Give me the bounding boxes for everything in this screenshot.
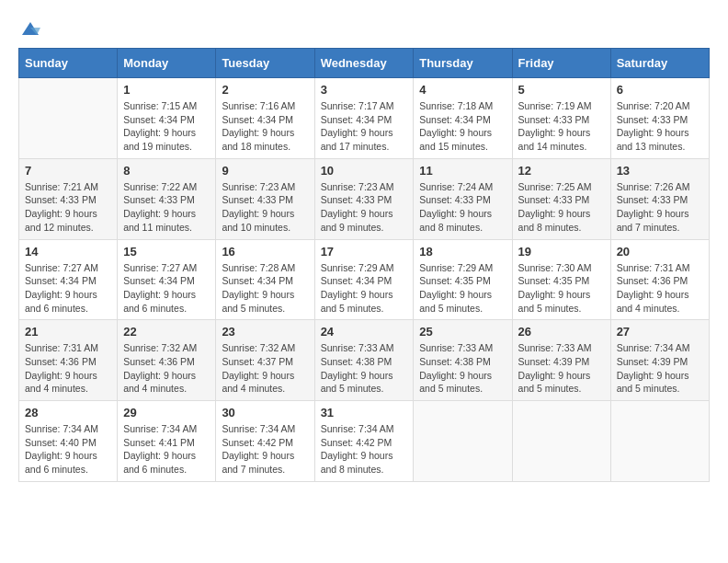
day-number: 15: [123, 245, 210, 259]
logo-blue: [18, 18, 40, 39]
calendar-cell: 31Sunrise: 7:34 AMSunset: 4:42 PMDayligh…: [314, 401, 414, 482]
day-number: 4: [419, 83, 506, 97]
day-number: 23: [222, 325, 308, 339]
day-number: 13: [617, 164, 703, 178]
cell-info: Sunrise: 7:18 AMSunset: 4:34 PMDaylight:…: [419, 99, 506, 154]
cell-info: Sunrise: 7:34 AMSunset: 4:42 PMDaylight:…: [321, 422, 408, 477]
cell-info: Sunrise: 7:30 AMSunset: 4:35 PMDaylight:…: [518, 261, 605, 316]
day-number: 20: [617, 245, 703, 259]
day-number: 22: [123, 325, 210, 339]
cell-info: Sunrise: 7:33 AMSunset: 4:38 PMDaylight:…: [419, 341, 506, 396]
cell-info: Sunrise: 7:23 AMSunset: 4:33 PMDaylight:…: [321, 180, 408, 235]
day-number: 14: [25, 245, 111, 259]
column-header-sunday: Sunday: [19, 49, 118, 78]
day-number: 16: [222, 245, 308, 259]
calendar-cell: 17Sunrise: 7:29 AMSunset: 4:34 PMDayligh…: [314, 239, 414, 320]
day-number: 24: [321, 325, 408, 339]
cell-info: Sunrise: 7:33 AMSunset: 4:38 PMDaylight:…: [321, 341, 408, 396]
column-header-wednesday: Wednesday: [314, 49, 414, 78]
calendar-cell: 30Sunrise: 7:34 AMSunset: 4:42 PMDayligh…: [216, 401, 314, 482]
day-number: 11: [419, 164, 506, 178]
cell-info: Sunrise: 7:15 AMSunset: 4:34 PMDaylight:…: [123, 99, 210, 154]
cell-info: Sunrise: 7:26 AMSunset: 4:33 PMDaylight:…: [617, 180, 703, 235]
cell-info: Sunrise: 7:27 AMSunset: 4:34 PMDaylight:…: [123, 261, 210, 316]
cell-info: Sunrise: 7:25 AMSunset: 4:33 PMDaylight:…: [518, 180, 605, 235]
cell-info: Sunrise: 7:34 AMSunset: 4:41 PMDaylight:…: [123, 422, 210, 477]
page-header: [18, 18, 710, 39]
cell-info: Sunrise: 7:32 AMSunset: 4:36 PMDaylight:…: [123, 341, 210, 396]
calendar-week-row: 14Sunrise: 7:27 AMSunset: 4:34 PMDayligh…: [19, 239, 710, 320]
column-header-thursday: Thursday: [414, 49, 512, 78]
calendar-cell: 27Sunrise: 7:34 AMSunset: 4:39 PMDayligh…: [610, 320, 709, 401]
cell-info: Sunrise: 7:34 AMSunset: 4:40 PMDaylight:…: [25, 422, 111, 477]
day-number: 7: [25, 164, 111, 178]
cell-info: Sunrise: 7:16 AMSunset: 4:34 PMDaylight:…: [222, 99, 308, 154]
calendar-cell: 13Sunrise: 7:26 AMSunset: 4:33 PMDayligh…: [610, 158, 709, 239]
day-number: 30: [222, 406, 308, 419]
cell-info: Sunrise: 7:28 AMSunset: 4:34 PMDaylight:…: [222, 261, 308, 316]
calendar-week-row: 1Sunrise: 7:15 AMSunset: 4:34 PMDaylight…: [19, 78, 710, 159]
cell-info: Sunrise: 7:31 AMSunset: 4:36 PMDaylight:…: [25, 341, 111, 396]
day-number: 27: [617, 325, 703, 339]
day-number: 1: [123, 83, 210, 97]
calendar-cell: [512, 401, 610, 482]
calendar-cell: 9Sunrise: 7:23 AMSunset: 4:33 PMDaylight…: [216, 158, 314, 239]
calendar-cell: [414, 401, 512, 482]
calendar-cell: 25Sunrise: 7:33 AMSunset: 4:38 PMDayligh…: [414, 320, 512, 401]
calendar-cell: 28Sunrise: 7:34 AMSunset: 4:40 PMDayligh…: [19, 401, 118, 482]
day-number: 6: [617, 83, 703, 97]
calendar-cell: 4Sunrise: 7:18 AMSunset: 4:34 PMDaylight…: [414, 78, 512, 159]
calendar-cell: 2Sunrise: 7:16 AMSunset: 4:34 PMDaylight…: [216, 78, 314, 159]
day-number: 21: [25, 325, 111, 339]
calendar-cell: 15Sunrise: 7:27 AMSunset: 4:34 PMDayligh…: [118, 239, 216, 320]
column-header-friday: Friday: [512, 49, 610, 78]
cell-info: Sunrise: 7:24 AMSunset: 4:33 PMDaylight:…: [419, 180, 506, 235]
calendar-cell: 6Sunrise: 7:20 AMSunset: 4:33 PMDaylight…: [610, 78, 709, 159]
calendar-cell: 20Sunrise: 7:31 AMSunset: 4:36 PMDayligh…: [610, 239, 709, 320]
calendar-cell: 24Sunrise: 7:33 AMSunset: 4:38 PMDayligh…: [314, 320, 414, 401]
calendar-cell: 3Sunrise: 7:17 AMSunset: 4:34 PMDaylight…: [314, 78, 414, 159]
cell-info: Sunrise: 7:34 AMSunset: 4:39 PMDaylight:…: [617, 341, 703, 396]
cell-info: Sunrise: 7:17 AMSunset: 4:34 PMDaylight:…: [321, 99, 408, 154]
cell-info: Sunrise: 7:32 AMSunset: 4:37 PMDaylight:…: [222, 341, 308, 396]
column-header-tuesday: Tuesday: [216, 49, 314, 78]
column-header-monday: Monday: [118, 49, 216, 78]
day-number: 31: [321, 406, 408, 419]
day-number: 25: [419, 325, 506, 339]
cell-info: Sunrise: 7:31 AMSunset: 4:36 PMDaylight:…: [617, 261, 703, 316]
logo-icon: [20, 18, 40, 39]
calendar-cell: 12Sunrise: 7:25 AMSunset: 4:33 PMDayligh…: [512, 158, 610, 239]
cell-info: Sunrise: 7:20 AMSunset: 4:33 PMDaylight:…: [617, 99, 703, 154]
day-number: 8: [123, 164, 210, 178]
cell-info: Sunrise: 7:29 AMSunset: 4:35 PMDaylight:…: [419, 261, 506, 316]
cell-info: Sunrise: 7:21 AMSunset: 4:33 PMDaylight:…: [25, 180, 111, 235]
day-number: 28: [25, 406, 111, 419]
day-number: 29: [123, 406, 210, 419]
calendar-cell: 1Sunrise: 7:15 AMSunset: 4:34 PMDaylight…: [118, 78, 216, 159]
column-header-saturday: Saturday: [610, 49, 709, 78]
calendar-week-row: 21Sunrise: 7:31 AMSunset: 4:36 PMDayligh…: [19, 320, 710, 401]
calendar-cell: 29Sunrise: 7:34 AMSunset: 4:41 PMDayligh…: [118, 401, 216, 482]
day-number: 3: [321, 83, 408, 97]
calendar-cell: 16Sunrise: 7:28 AMSunset: 4:34 PMDayligh…: [216, 239, 314, 320]
calendar-cell: 10Sunrise: 7:23 AMSunset: 4:33 PMDayligh…: [314, 158, 414, 239]
day-number: 17: [321, 245, 408, 259]
calendar-cell: 8Sunrise: 7:22 AMSunset: 4:33 PMDaylight…: [118, 158, 216, 239]
day-number: 10: [321, 164, 408, 178]
day-number: 12: [518, 164, 605, 178]
calendar-cell: 14Sunrise: 7:27 AMSunset: 4:34 PMDayligh…: [19, 239, 118, 320]
day-number: 26: [518, 325, 605, 339]
cell-info: Sunrise: 7:27 AMSunset: 4:34 PMDaylight:…: [25, 261, 111, 316]
calendar-cell: 21Sunrise: 7:31 AMSunset: 4:36 PMDayligh…: [19, 320, 118, 401]
calendar-week-row: 7Sunrise: 7:21 AMSunset: 4:33 PMDaylight…: [19, 158, 710, 239]
day-number: 9: [222, 164, 308, 178]
calendar-cell: 5Sunrise: 7:19 AMSunset: 4:33 PMDaylight…: [512, 78, 610, 159]
calendar-week-row: 28Sunrise: 7:34 AMSunset: 4:40 PMDayligh…: [19, 401, 710, 482]
day-number: 5: [518, 83, 605, 97]
calendar-cell: 23Sunrise: 7:32 AMSunset: 4:37 PMDayligh…: [216, 320, 314, 401]
calendar-cell: 7Sunrise: 7:21 AMSunset: 4:33 PMDaylight…: [19, 158, 118, 239]
calendar-cell: 18Sunrise: 7:29 AMSunset: 4:35 PMDayligh…: [414, 239, 512, 320]
day-number: 18: [419, 245, 506, 259]
cell-info: Sunrise: 7:23 AMSunset: 4:33 PMDaylight:…: [222, 180, 308, 235]
calendar-cell: [610, 401, 709, 482]
